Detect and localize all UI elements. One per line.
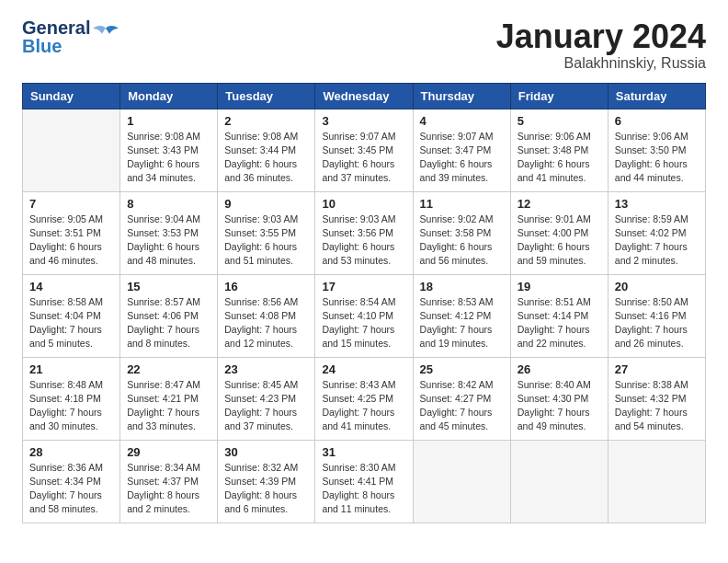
day-info: Sunrise: 9:05 AMSunset: 3:51 PMDaylight:… (29, 213, 113, 269)
day-info: Sunrise: 8:57 AMSunset: 4:06 PMDaylight:… (127, 295, 210, 351)
day-number: 15 (127, 280, 210, 293)
calendar-cell (413, 440, 510, 523)
logo-general: General (22, 18, 90, 37)
calendar-cell: 8Sunrise: 9:04 AMSunset: 3:53 PMDaylight… (120, 191, 218, 274)
day-info: Sunrise: 9:06 AMSunset: 3:48 PMDaylight:… (518, 130, 601, 186)
day-number: 16 (224, 280, 308, 293)
col-thursday: Thursday (413, 83, 510, 109)
day-number: 8 (127, 197, 210, 211)
day-number: 13 (615, 197, 699, 211)
calendar-week-row: 21Sunrise: 8:48 AMSunset: 4:18 PMDayligh… (23, 357, 706, 440)
day-number: 18 (420, 280, 504, 293)
day-number: 3 (322, 114, 405, 128)
calendar-cell: 29Sunrise: 8:34 AMSunset: 4:37 PMDayligh… (120, 440, 218, 523)
day-info: Sunrise: 9:03 AMSunset: 3:55 PMDaylight:… (224, 213, 308, 269)
logo: General Blue (22, 18, 119, 55)
day-info: Sunrise: 8:32 AMSunset: 4:39 PMDaylight:… (224, 461, 308, 517)
day-info: Sunrise: 9:08 AMSunset: 3:43 PMDaylight:… (127, 130, 210, 186)
calendar-cell: 2Sunrise: 9:08 AMSunset: 3:44 PMDaylight… (218, 109, 315, 191)
calendar-cell: 16Sunrise: 8:56 AMSunset: 4:08 PMDayligh… (218, 274, 315, 357)
day-number: 7 (29, 197, 113, 211)
day-number: 22 (127, 362, 210, 376)
day-info: Sunrise: 9:06 AMSunset: 3:50 PMDaylight:… (615, 130, 699, 186)
calendar-cell: 25Sunrise: 8:42 AMSunset: 4:27 PMDayligh… (413, 357, 510, 440)
calendar-cell: 3Sunrise: 9:07 AMSunset: 3:45 PMDaylight… (315, 109, 413, 191)
calendar-cell: 18Sunrise: 8:53 AMSunset: 4:12 PMDayligh… (413, 274, 510, 357)
col-saturday: Saturday (608, 83, 705, 109)
day-info: Sunrise: 8:59 AMSunset: 4:02 PMDaylight:… (615, 213, 699, 269)
day-info: Sunrise: 8:36 AMSunset: 4:34 PMDaylight:… (29, 461, 113, 517)
calendar-cell: 21Sunrise: 8:48 AMSunset: 4:18 PMDayligh… (23, 357, 120, 440)
page: General Blue January 2024 Balakhninskiy,… (0, 0, 728, 542)
calendar-cell: 26Sunrise: 8:40 AMSunset: 4:30 PMDayligh… (510, 357, 608, 440)
day-info: Sunrise: 9:01 AMSunset: 4:00 PMDaylight:… (518, 213, 601, 269)
day-number: 21 (29, 362, 113, 376)
day-number: 29 (127, 445, 210, 459)
calendar-week-row: 1Sunrise: 9:08 AMSunset: 3:43 PMDaylight… (23, 109, 706, 191)
calendar-cell: 23Sunrise: 8:45 AMSunset: 4:23 PMDayligh… (218, 357, 315, 440)
day-info: Sunrise: 8:56 AMSunset: 4:08 PMDaylight:… (224, 295, 308, 351)
calendar-cell (23, 109, 120, 191)
day-number: 30 (224, 445, 308, 459)
day-number: 6 (615, 114, 699, 128)
calendar-cell: 7Sunrise: 9:05 AMSunset: 3:51 PMDaylight… (23, 191, 120, 274)
calendar-week-row: 28Sunrise: 8:36 AMSunset: 4:34 PMDayligh… (23, 440, 706, 523)
col-tuesday: Tuesday (218, 83, 315, 109)
day-number: 17 (322, 280, 405, 293)
calendar-cell: 13Sunrise: 8:59 AMSunset: 4:02 PMDayligh… (608, 191, 705, 274)
logo-blue: Blue (22, 37, 90, 55)
calendar-cell: 9Sunrise: 9:03 AMSunset: 3:55 PMDaylight… (218, 191, 315, 274)
calendar-cell: 30Sunrise: 8:32 AMSunset: 4:39 PMDayligh… (218, 440, 315, 523)
calendar-week-row: 7Sunrise: 9:05 AMSunset: 3:51 PMDaylight… (23, 191, 706, 274)
day-info: Sunrise: 8:30 AMSunset: 4:41 PMDaylight:… (322, 461, 405, 517)
col-friday: Friday (510, 83, 608, 109)
day-number: 10 (322, 197, 405, 211)
day-info: Sunrise: 8:48 AMSunset: 4:18 PMDaylight:… (29, 378, 113, 434)
calendar-cell: 24Sunrise: 8:43 AMSunset: 4:25 PMDayligh… (315, 357, 413, 440)
calendar-table: Sunday Monday Tuesday Wednesday Thursday… (22, 83, 706, 523)
day-number: 24 (322, 362, 405, 376)
logo-name: General Blue (22, 18, 90, 55)
calendar-week-row: 14Sunrise: 8:58 AMSunset: 4:04 PMDayligh… (23, 274, 706, 357)
col-monday: Monday (120, 83, 218, 109)
calendar-cell: 4Sunrise: 9:07 AMSunset: 3:47 PMDaylight… (413, 109, 510, 191)
day-number: 11 (420, 197, 504, 211)
calendar-title: January 2024 (496, 18, 706, 55)
calendar-cell: 22Sunrise: 8:47 AMSunset: 4:21 PMDayligh… (120, 357, 218, 440)
day-info: Sunrise: 8:51 AMSunset: 4:14 PMDaylight:… (518, 295, 601, 351)
calendar-cell: 10Sunrise: 9:03 AMSunset: 3:56 PMDayligh… (315, 191, 413, 274)
day-info: Sunrise: 8:34 AMSunset: 4:37 PMDaylight:… (127, 461, 210, 517)
day-info: Sunrise: 8:38 AMSunset: 4:32 PMDaylight:… (615, 378, 699, 434)
day-info: Sunrise: 8:53 AMSunset: 4:12 PMDaylight:… (420, 295, 504, 351)
day-number: 23 (224, 362, 308, 376)
day-info: Sunrise: 8:47 AMSunset: 4:21 PMDaylight:… (127, 378, 210, 434)
day-info: Sunrise: 9:07 AMSunset: 3:47 PMDaylight:… (420, 130, 504, 186)
day-info: Sunrise: 9:04 AMSunset: 3:53 PMDaylight:… (127, 213, 210, 269)
calendar-cell: 12Sunrise: 9:01 AMSunset: 4:00 PMDayligh… (510, 191, 608, 274)
calendar-cell: 11Sunrise: 9:02 AMSunset: 3:58 PMDayligh… (413, 191, 510, 274)
day-info: Sunrise: 8:50 AMSunset: 4:16 PMDaylight:… (615, 295, 699, 351)
day-info: Sunrise: 9:02 AMSunset: 3:58 PMDaylight:… (420, 213, 504, 269)
calendar-cell (608, 440, 705, 523)
day-number: 9 (224, 197, 308, 211)
day-info: Sunrise: 9:08 AMSunset: 3:44 PMDaylight:… (224, 130, 308, 186)
header: General Blue January 2024 Balakhninskiy,… (22, 18, 706, 72)
calendar-cell: 27Sunrise: 8:38 AMSunset: 4:32 PMDayligh… (608, 357, 705, 440)
day-number: 1 (127, 114, 210, 128)
calendar-cell: 31Sunrise: 8:30 AMSunset: 4:41 PMDayligh… (315, 440, 413, 523)
calendar-cell: 15Sunrise: 8:57 AMSunset: 4:06 PMDayligh… (120, 274, 218, 357)
day-number: 5 (518, 114, 601, 128)
calendar-cell: 20Sunrise: 8:50 AMSunset: 4:16 PMDayligh… (608, 274, 705, 357)
calendar-cell: 1Sunrise: 9:08 AMSunset: 3:43 PMDaylight… (120, 109, 218, 191)
day-number: 2 (224, 114, 308, 128)
logo-text-block: General Blue (22, 18, 90, 55)
day-number: 31 (322, 445, 405, 459)
day-number: 27 (615, 362, 699, 376)
calendar-cell: 28Sunrise: 8:36 AMSunset: 4:34 PMDayligh… (23, 440, 120, 523)
day-info: Sunrise: 9:07 AMSunset: 3:45 PMDaylight:… (322, 130, 405, 186)
day-info: Sunrise: 9:03 AMSunset: 3:56 PMDaylight:… (322, 213, 405, 269)
calendar-location: Balakhninskiy, Russia (496, 55, 706, 72)
col-wednesday: Wednesday (315, 83, 413, 109)
day-number: 25 (420, 362, 504, 376)
day-number: 26 (518, 362, 601, 376)
